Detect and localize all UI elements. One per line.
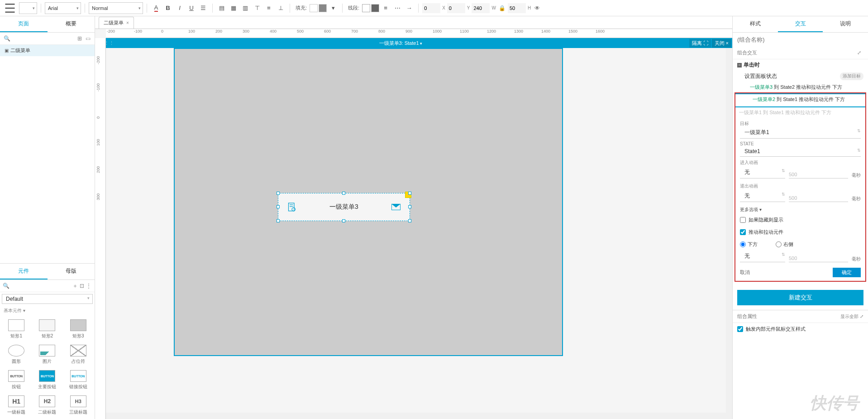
grip-icon[interactable]: ⋮⋮ xyxy=(106,40,112,46)
underline-icon[interactable]: U xyxy=(186,2,197,14)
widget-item[interactable]: 矩形1 xyxy=(2,318,31,341)
widget-item[interactable]: 占位符 xyxy=(64,343,93,366)
valign-top-icon[interactable]: ⊤ xyxy=(252,2,262,14)
stroke-weight-icon[interactable]: ≡ xyxy=(380,2,391,14)
w-input[interactable] xyxy=(472,3,490,13)
widget-item[interactable]: BUTTON主要按钮 xyxy=(33,368,62,392)
radio-below[interactable]: 下方 xyxy=(740,241,758,248)
add-page-icon[interactable]: ⊞ xyxy=(76,34,84,43)
style-dropdown[interactable] xyxy=(19,2,37,14)
radio-right[interactable]: 右侧 xyxy=(776,241,793,248)
new-interaction-button[interactable]: 新建交互 xyxy=(737,290,863,305)
page-tree-item[interactable]: ▣ 二级菜单 xyxy=(0,45,95,56)
font-size-dropdown[interactable]: Normal xyxy=(89,2,143,14)
label-target: 目标 xyxy=(735,118,865,128)
group-name-input[interactable] xyxy=(733,33,868,47)
close-state-button[interactable]: 关闭× xyxy=(712,39,731,48)
fill-swatch-1[interactable] xyxy=(310,4,318,12)
tab-widgets[interactable]: 元件 xyxy=(0,264,48,279)
folder-icon[interactable]: ▭ xyxy=(84,34,92,43)
canvas-workspace[interactable]: 一级菜单3 ⚡ xyxy=(106,48,732,419)
cancel-button[interactable]: 取消 xyxy=(740,269,750,276)
widget-item[interactable]: BUTTON链接按钮 xyxy=(64,368,93,392)
isolate-button[interactable]: 隔离⛶ xyxy=(689,39,711,48)
tab-interactions[interactable]: 交互 xyxy=(778,16,823,32)
stroke-swatch-1[interactable] xyxy=(362,4,370,12)
tab-page[interactable]: 页面 xyxy=(0,16,48,32)
stroke-swatch-2[interactable] xyxy=(371,4,379,12)
add-lib-icon[interactable]: ＋ xyxy=(72,282,79,290)
ruler-vertical: -200-1000100200300 xyxy=(95,38,106,419)
anim-in-duration[interactable]: 500 xyxy=(789,171,848,178)
widget-item[interactable]: H1一级标题 xyxy=(2,394,31,417)
widget-item[interactable]: 矩形2 xyxy=(33,318,62,341)
bullets-icon[interactable]: ☰ xyxy=(198,2,209,14)
h-input[interactable] xyxy=(508,3,526,13)
close-tab-icon[interactable]: × xyxy=(126,20,129,25)
page-search-input[interactable] xyxy=(11,36,76,41)
fill-swatch-2[interactable] xyxy=(319,4,327,12)
widget-item[interactable]: BUTTON按钮 xyxy=(2,368,31,392)
y-input[interactable] xyxy=(447,3,465,13)
anim-out-duration[interactable]: 500 xyxy=(789,194,848,202)
selected-shape[interactable]: 一级菜单3 ⚡ xyxy=(278,193,410,221)
anim-out-select[interactable]: 无 xyxy=(740,191,785,202)
fill-more-icon[interactable]: ▾ xyxy=(328,2,339,14)
widget-item[interactable]: H3三级标题 xyxy=(64,394,93,417)
checkbox-show-if-hidden[interactable]: 如果隐藏则显示 xyxy=(735,214,865,226)
valign-bot-icon[interactable]: ⊥ xyxy=(275,2,286,14)
event-node[interactable]: −单击时 xyxy=(733,59,868,71)
page-icon: ▣ xyxy=(5,48,9,53)
lock-aspect-icon[interactable]: 🔒 xyxy=(498,4,507,13)
align-center-icon[interactable]: ▦ xyxy=(228,2,239,14)
widget-search-input[interactable] xyxy=(10,283,72,289)
page-tree-label: 二级菜单 xyxy=(10,47,30,54)
arrow-icon[interactable]: → xyxy=(404,2,415,14)
more-options-toggle[interactable]: 更多选项 ▾ xyxy=(735,204,865,214)
push-duration[interactable]: 500 xyxy=(789,255,848,262)
ok-button[interactable]: 确定 xyxy=(833,268,861,277)
canvas-tab[interactable]: 二级菜单 × xyxy=(99,17,134,29)
expand-icon[interactable]: ⤢ xyxy=(857,50,863,56)
widget-item[interactable]: 图片 xyxy=(33,343,62,366)
right-panel: 样式 交互 说明 组合交互 ⤢ −单击时 设置面板状态 添加目标 一级菜单3 到… xyxy=(732,16,868,419)
italic-icon[interactable]: I xyxy=(174,2,185,14)
library-select[interactable]: Default xyxy=(2,294,93,304)
add-target-button[interactable]: 添加目标 xyxy=(840,72,863,80)
checkbox-trigger-mouse[interactable]: 触发内部元件鼠标交互样式 xyxy=(733,323,868,335)
anim-in-select[interactable]: 无 xyxy=(740,168,785,178)
x-input[interactable] xyxy=(422,3,440,13)
stroke-style-icon[interactable]: ⋯ xyxy=(392,2,403,14)
label-state: STATE xyxy=(735,139,865,147)
lib-icon[interactable]: ⊡ xyxy=(79,282,86,290)
valign-mid-icon[interactable]: ≡ xyxy=(263,2,274,14)
tab-notes[interactable]: 说明 xyxy=(823,16,868,32)
tab-style[interactable]: 样式 xyxy=(733,16,778,32)
scrollbar-horizontal[interactable] xyxy=(106,413,726,419)
left-panel: 页面 概要 🔍 ⊞ ▭ ▣ 二级菜单 元件 母版 🔍 xyxy=(0,16,95,419)
target-line-2[interactable]: 一级菜单2 到 State1 推动和拉动元件 下方 xyxy=(735,93,865,105)
menu-icon[interactable] xyxy=(2,2,18,14)
bold-icon[interactable]: B xyxy=(162,2,173,14)
scrollbar-vertical[interactable] xyxy=(726,48,732,419)
checkbox-push-pull[interactable]: 推动和拉动元件 xyxy=(735,226,865,238)
show-all-button[interactable]: 显示全部 ⤢ xyxy=(840,313,863,320)
align-left-icon[interactable]: ▤ xyxy=(216,2,227,14)
widget-item[interactable]: H2二级标题 xyxy=(33,394,62,417)
state-title[interactable]: 一级菜单3: State1 xyxy=(112,40,689,47)
widget-category[interactable]: 基本元件 ▾ xyxy=(0,306,95,316)
visibility-icon[interactable]: 👁 xyxy=(533,4,542,13)
tab-outline[interactable]: 概要 xyxy=(48,16,95,32)
target-select[interactable]: 一级菜单1 xyxy=(740,128,861,139)
font-dropdown[interactable]: Arial xyxy=(45,2,81,14)
widget-item[interactable]: 圆形 xyxy=(2,343,31,366)
align-right-icon[interactable]: ▥ xyxy=(240,2,251,14)
push-anim-select[interactable]: 无 xyxy=(740,251,785,262)
action-node[interactable]: 设置面板状态 添加目标 xyxy=(733,71,868,82)
state-select[interactable]: State1 xyxy=(740,147,861,157)
font-color-icon[interactable]: A xyxy=(151,2,162,14)
more-icon[interactable]: ⋮ xyxy=(85,282,92,290)
tab-masters[interactable]: 母版 xyxy=(48,264,95,279)
widget-item[interactable]: 矩形3 xyxy=(64,318,93,341)
target-line-1[interactable]: 一级菜单3 到 State2 推动和拉动元件 下方 xyxy=(733,82,868,92)
